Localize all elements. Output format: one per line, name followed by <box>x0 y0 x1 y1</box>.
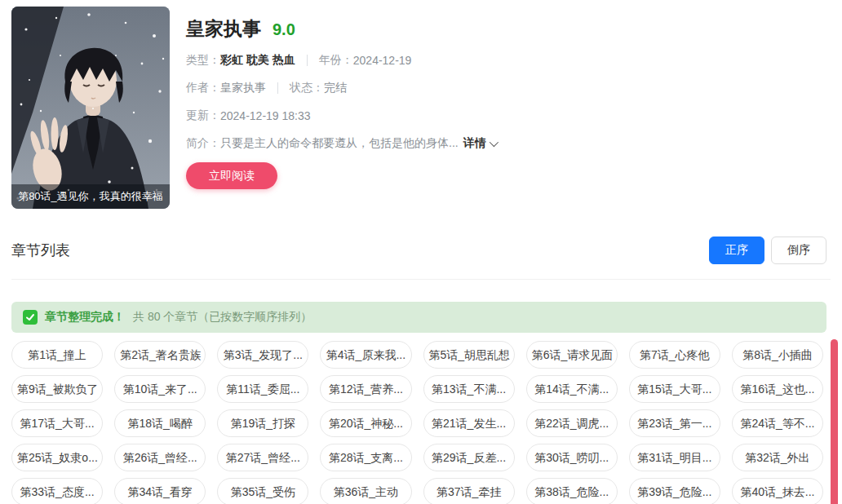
chapter-item[interactable]: 第30话_唠叨... <box>526 444 618 471</box>
chapter-item[interactable]: 第27话_曾经... <box>217 444 308 471</box>
chapter-item[interactable]: 第17话_大哥... <box>11 409 103 437</box>
banner-status-text: 章节整理完成！ <box>45 310 125 325</box>
chapter-item[interactable]: 第24话_等不... <box>732 409 823 437</box>
sort-descending-button[interactable]: 倒序 <box>771 237 826 264</box>
chapter-item[interactable]: 第14话_不满... <box>526 375 618 403</box>
chapter-item[interactable]: 第9话_被欺负了 <box>11 375 103 403</box>
chapter-item[interactable]: 第21话_发生... <box>423 409 515 437</box>
year-label: 年份： <box>319 53 353 68</box>
chapter-item[interactable]: 第32话_外出 <box>732 444 823 471</box>
status-value: 完结 <box>324 81 347 95</box>
detail-link-label: 详情 <box>463 136 486 151</box>
sort-buttons: 正序 倒序 <box>709 237 831 264</box>
chapter-item[interactable]: 第4话_原来我... <box>320 341 411 369</box>
comic-info-section: 第80话_遇见你，我真的很幸福 皇家执事 9.0 类型： 彩虹 耽美 热血 年份… <box>11 7 831 209</box>
chapter-item[interactable]: 第28话_支离... <box>320 444 411 471</box>
chapter-item[interactable]: 第7话_心疼他 <box>629 341 720 369</box>
chapter-item[interactable]: 第31话_明目... <box>629 444 720 471</box>
chapter-item[interactable]: 第18话_喝醉 <box>114 409 206 437</box>
author-value: 皇家执事 <box>220 81 266 95</box>
section-title: 章节列表 <box>11 241 70 260</box>
divider <box>307 55 308 66</box>
status-label: 状态： <box>290 81 324 95</box>
chapter-item[interactable]: 第13话_不满... <box>423 375 515 403</box>
rating-score: 9.0 <box>273 20 295 39</box>
chapter-item[interactable]: 第10话_来了... <box>114 375 206 403</box>
chapter-item[interactable]: 第1话_撞上 <box>11 341 103 369</box>
type-label: 类型： <box>186 53 220 68</box>
chapter-item[interactable]: 第29话_反差... <box>423 444 515 471</box>
intro-text: 只要是主人的命令都要遵从，包括是他的身体... <box>220 136 459 151</box>
chapter-item[interactable]: 第2话_著名贵族 <box>114 341 206 369</box>
chapter-item[interactable]: 第35话_受伤 <box>217 478 308 504</box>
type-tags[interactable]: 彩虹 耽美 热血 <box>220 53 295 68</box>
detail-expand-link[interactable]: 详情 <box>463 136 496 151</box>
comic-title: 皇家执事 <box>186 16 261 42</box>
cover-caption: 第80话_遇见你，我真的很幸福 <box>11 184 170 209</box>
read-now-button[interactable]: 立即阅读 <box>186 162 277 189</box>
chapter-item[interactable]: 第34话_看穿 <box>114 478 206 504</box>
chapter-item[interactable]: 第39话_危险... <box>629 478 720 504</box>
check-icon <box>23 310 38 325</box>
chapter-item[interactable]: 第3话_发现了... <box>217 341 308 369</box>
comic-details: 皇家执事 9.0 类型： 彩虹 耽美 热血 年份： 2024-12-19 作者：… <box>186 7 496 209</box>
chapter-item[interactable]: 第12话_营养... <box>320 375 411 403</box>
chapter-item[interactable]: 第23话_第一... <box>629 409 720 437</box>
update-value: 2024-12-19 18:33 <box>220 109 311 122</box>
comic-cover[interactable]: 第80话_遇见你，我真的很幸福 <box>11 7 170 209</box>
intro-label: 简介： <box>186 136 220 151</box>
chapter-grid: 第1话_撞上第2话_著名贵族第3话_发现了...第4话_原来我...第5话_胡思… <box>11 341 831 504</box>
chapter-item[interactable]: 第22话_调虎... <box>526 409 618 437</box>
scrollbar-thumb[interactable] <box>831 339 838 504</box>
chapter-item[interactable]: 第40话_抹去... <box>732 478 823 504</box>
chapter-item[interactable]: 第38话_危险... <box>526 478 618 504</box>
chapter-list-header: 章节列表 正序 倒序 <box>11 237 831 280</box>
chapter-item[interactable]: 第19话_打探 <box>217 409 308 437</box>
chapter-item[interactable]: 第33话_态度... <box>11 478 103 504</box>
update-label: 更新： <box>186 108 220 123</box>
chapter-item[interactable]: 第25话_奴隶o... <box>11 444 103 471</box>
chapter-item[interactable]: 第26话_曾经... <box>114 444 206 471</box>
chapter-item[interactable]: 第6话_请求见面 <box>526 341 618 369</box>
chapter-item[interactable]: 第20话_神秘... <box>320 409 411 437</box>
chapter-item[interactable]: 第36话_主动 <box>320 478 411 504</box>
banner-info-text: 共 80 个章节（已按数字顺序排列） <box>133 310 312 325</box>
chapter-item[interactable]: 第5话_胡思乱想 <box>423 341 515 369</box>
chapter-item[interactable]: 第11话_委屈... <box>217 375 308 403</box>
chapter-item[interactable]: 第16话_这也... <box>732 375 823 403</box>
author-label: 作者： <box>186 81 220 95</box>
comic-detail-page: 第80话_遇见你，我真的很幸福 皇家执事 9.0 类型： 彩虹 耽美 热血 年份… <box>0 0 842 504</box>
cover-illustration <box>11 7 170 209</box>
divider <box>277 82 278 94</box>
chevron-down-icon <box>489 138 498 147</box>
chapter-item[interactable]: 第8话_小插曲 <box>732 341 823 369</box>
year-value: 2024-12-19 <box>353 54 412 67</box>
chapters-ready-banner: 章节整理完成！ 共 80 个章节（已按数字顺序排列） <box>11 302 826 333</box>
chapter-item[interactable]: 第37话_牵挂 <box>423 478 515 504</box>
chapter-item[interactable]: 第15话_大哥... <box>629 375 720 403</box>
sort-ascending-button[interactable]: 正序 <box>709 237 764 264</box>
